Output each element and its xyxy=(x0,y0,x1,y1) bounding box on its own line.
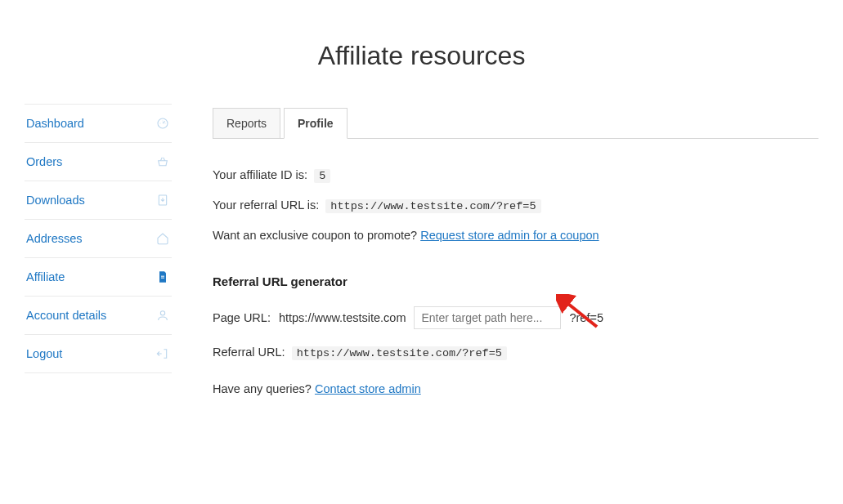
page-url-label: Page URL: xyxy=(213,311,271,324)
tab-reports[interactable]: Reports xyxy=(213,108,280,139)
page-url-row: Page URL: https://www.testsite.com ?ref=… xyxy=(213,306,818,329)
queries-row: Have any queries? Contact store admin xyxy=(213,382,818,395)
page-title: Affiliate resources xyxy=(0,41,843,71)
file-icon xyxy=(155,270,170,284)
user-icon xyxy=(155,308,170,323)
request-coupon-link[interactable]: Request store admin for a coupon xyxy=(420,229,599,242)
target-path-input[interactable] xyxy=(414,306,561,329)
page-url-base: https://www.testsite.com xyxy=(279,311,406,324)
generated-referral-label: Referral URL: xyxy=(213,346,285,359)
referral-url-row: Your referral URL is: https://www.testsi… xyxy=(213,198,818,212)
svg-rect-3 xyxy=(161,278,164,279)
sidebar-item-label: Account details xyxy=(26,309,106,322)
coupon-prompt: Want an exclusive coupon to promote? xyxy=(213,229,417,242)
referral-url-label: Your referral URL is: xyxy=(213,198,319,212)
sidebar-item-label: Addresses xyxy=(26,232,83,245)
sidebar-item-logout[interactable]: Logout xyxy=(25,334,172,373)
main-content: Reports Profile Your affiliate ID is: 5 … xyxy=(213,104,818,412)
sidebar-item-label: Downloads xyxy=(26,194,85,207)
sidebar-item-label: Affiliate xyxy=(26,270,65,283)
queries-prompt: Have any queries? xyxy=(213,382,312,395)
sidebar-item-orders[interactable]: Orders xyxy=(25,142,172,181)
tabs: Reports Profile xyxy=(213,107,818,139)
generator-title: Referral URL generator xyxy=(213,274,818,288)
home-icon xyxy=(155,231,170,246)
sidebar-item-account-details[interactable]: Account details xyxy=(25,296,172,334)
referral-url-value: https://www.testsite.com/?ref=5 xyxy=(325,199,540,213)
contact-admin-link[interactable]: Contact store admin xyxy=(315,382,421,395)
affiliate-id-label: Your affiliate ID is: xyxy=(213,168,307,181)
affiliate-id-value: 5 xyxy=(314,169,330,183)
coupon-row: Want an exclusive coupon to promote? Req… xyxy=(213,229,818,242)
sidebar-item-downloads[interactable]: Downloads xyxy=(25,181,172,219)
logout-icon xyxy=(155,346,170,361)
svg-point-4 xyxy=(160,311,164,315)
sidebar-item-label: Dashboard xyxy=(26,117,84,130)
dashboard-icon xyxy=(155,116,170,131)
tab-profile[interactable]: Profile xyxy=(284,108,348,139)
sidebar-item-affiliate[interactable]: Affiliate xyxy=(25,257,172,296)
generated-referral-value: https://www.testsite.com/?ref=5 xyxy=(292,346,507,360)
ref-suffix: ?ref=5 xyxy=(569,311,603,324)
sidebar: Dashboard Orders Downloads Addresses Aff… xyxy=(25,104,172,412)
svg-rect-2 xyxy=(161,276,164,277)
sidebar-item-label: Orders xyxy=(26,155,62,168)
sidebar-item-label: Logout xyxy=(26,347,62,360)
generated-referral-row: Referral URL: https://www.testsite.com/?… xyxy=(213,346,818,359)
sidebar-item-dashboard[interactable]: Dashboard xyxy=(25,104,172,142)
basket-icon xyxy=(155,154,170,169)
download-icon xyxy=(155,193,170,207)
affiliate-id-row: Your affiliate ID is: 5 xyxy=(213,168,818,182)
sidebar-item-addresses[interactable]: Addresses xyxy=(25,219,172,257)
